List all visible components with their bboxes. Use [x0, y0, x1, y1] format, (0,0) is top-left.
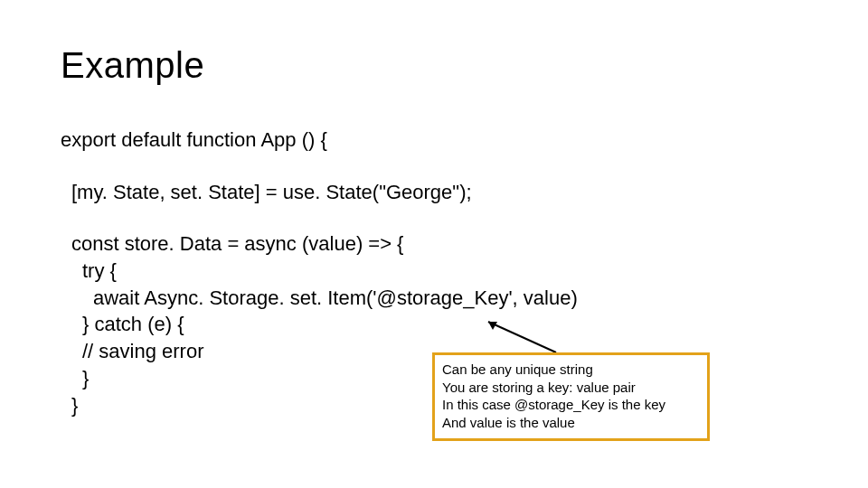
callout-line: In this case @storage_Key is the key	[442, 396, 700, 414]
callout-box: Can be any unique string You are storing…	[432, 352, 710, 441]
slide-title: Example	[61, 45, 204, 86]
code-line: await Async. Storage. set. Item('@storag…	[61, 285, 578, 312]
code-line: const store. Data = async (value) => {	[61, 230, 578, 258]
callout-line: You are storing a key: value pair	[442, 379, 700, 397]
code-line: } catch (e) {	[61, 311, 578, 338]
callout-line: Can be any unique string	[442, 361, 700, 379]
code-line: export default function App () {	[61, 128, 327, 151]
callout-line: And value is the value	[442, 414, 700, 432]
code-line: try {	[61, 258, 578, 285]
code-line: [my. State, set. State] = use. State("Ge…	[61, 179, 578, 206]
